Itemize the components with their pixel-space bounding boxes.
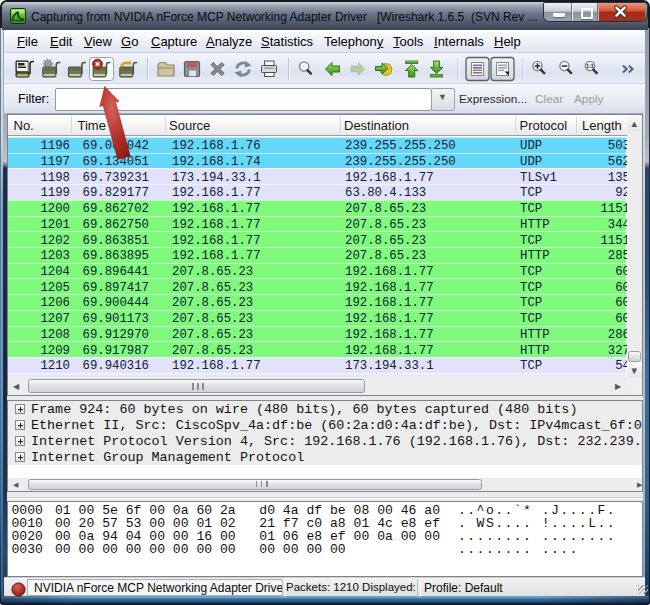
- svg-text:1:1: 1:1: [586, 63, 594, 69]
